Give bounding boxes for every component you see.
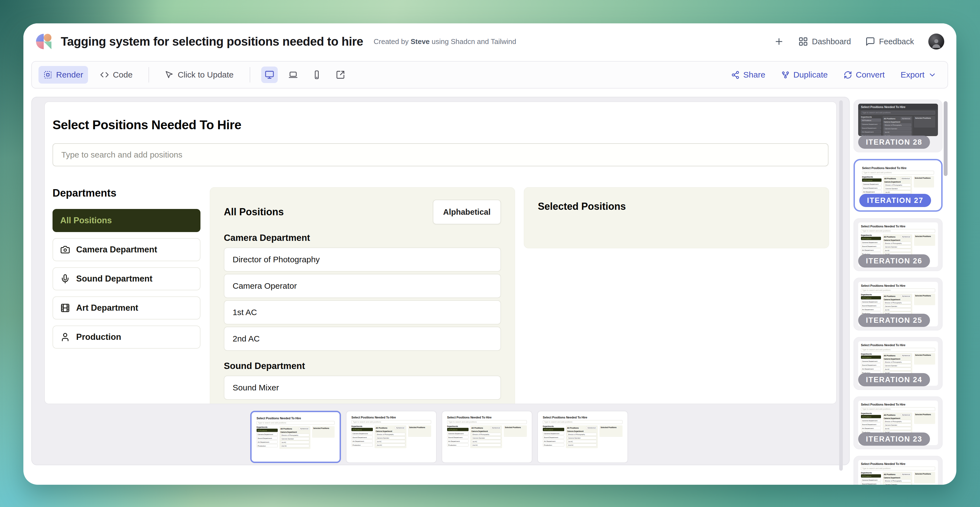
iteration-card[interactable]: Select Positions Needed To HireType to s…	[854, 218, 943, 271]
share-button[interactable]: Share	[731, 70, 765, 79]
click-to-update-button[interactable]: Click to Update	[160, 66, 239, 84]
version-thumbnail[interactable]: Select Positions Needed To HireType to s…	[537, 411, 628, 463]
version-thumbnail[interactable]: Select Positions Needed To HireType to s…	[250, 411, 341, 463]
mini-departments-heading: Departments	[543, 425, 564, 427]
mini-group-heading: Camera Department	[375, 430, 405, 432]
position-row[interactable]: Director of Photography	[224, 248, 501, 272]
iterations-scrollbar[interactable]	[944, 101, 948, 176]
department-button[interactable]: Camera Department	[52, 238, 200, 261]
mini-title: Select Positions Needed To Hire	[352, 416, 431, 419]
mini-position-row: 1st AC	[471, 440, 501, 443]
version-thumbnail[interactable]: Select Positions Needed To HireType to s…	[442, 411, 532, 463]
dashboard-button[interactable]: Dashboard	[798, 37, 851, 46]
position-row[interactable]: Sound Mixer	[224, 375, 501, 400]
click-to-update-label: Click to Update	[178, 70, 234, 79]
mini-position-row: Camera Operator	[884, 245, 911, 248]
iteration-card[interactable]: Select Positions Needed To HireType to s…	[854, 456, 943, 485]
mini-all-positions-heading: All Positions	[884, 474, 895, 475]
department-label: Art Department	[76, 303, 138, 313]
mobile-view-button[interactable]	[309, 67, 325, 83]
code-label: Code	[113, 70, 132, 79]
export-button[interactable]: Export	[900, 70, 937, 79]
feedback-button[interactable]: Feedback	[865, 37, 914, 46]
share-icon	[731, 71, 740, 79]
project-title: Tagging system for selecting positions n…	[61, 35, 363, 48]
duplicate-button[interactable]: Duplicate	[781, 70, 828, 79]
department-label: Production	[76, 332, 121, 342]
mini-department: Sound Department	[256, 436, 278, 440]
mini-selected-heading: Selected Positions	[505, 426, 526, 428]
mini-sort-chip: Alphabetical	[901, 295, 911, 297]
department-button[interactable]: Art Department	[52, 296, 200, 319]
laptop-icon	[288, 70, 298, 79]
mini-departments-heading: Departments	[861, 294, 881, 296]
mini-sort-chip: Alphabetical	[901, 117, 911, 120]
mini-selected-heading: Selected Positions	[915, 295, 934, 297]
version-thumbnail-strip: Select Positions Needed To HireType to s…	[250, 411, 628, 463]
all-positions-panel: All Positions Alphabetical Camera Depart…	[210, 187, 515, 404]
department-label: Sound Department	[76, 274, 152, 284]
toolbar-right: Share Duplicate Convert Export	[731, 70, 937, 79]
mini-department: Art Department	[861, 308, 881, 311]
mini-position-row: Director of Photography	[280, 434, 310, 437]
created-by-suffix: using Shadcn and Tailwind	[432, 37, 516, 46]
smartphone-icon	[312, 70, 321, 79]
mini-selected-heading: Selected Positions	[915, 117, 934, 119]
open-preview-button[interactable]	[332, 67, 348, 83]
mini-department: Camera Department	[861, 359, 881, 362]
laptop-view-button[interactable]	[285, 67, 301, 83]
department-button[interactable]: All Positions	[52, 209, 200, 232]
version-thumbnail[interactable]: Select Positions Needed To HireType to s…	[346, 411, 437, 463]
mini-department-selected: All Positions	[861, 119, 881, 122]
mini-department: Camera Department	[352, 432, 373, 435]
mini-department: Camera Department	[861, 419, 881, 422]
film-icon	[60, 303, 70, 313]
iteration-card[interactable]: Select Positions Needed To HireType to s…	[854, 396, 943, 449]
department-button[interactable]: Sound Department	[52, 267, 200, 290]
canvas-scrollbar[interactable]	[839, 100, 843, 471]
user-avatar[interactable]	[928, 33, 944, 49]
iteration-card[interactable]: Select Positions Needed To HireType to s…	[854, 159, 943, 212]
code-tab[interactable]: Code	[95, 66, 137, 84]
iteration-card[interactable]: Select Positions Needed To HireType to s…	[854, 100, 943, 152]
mini-position-row: Director of Photography	[884, 242, 911, 245]
feedback-bubble-icon	[865, 37, 875, 46]
desktop-view-button[interactable]	[261, 67, 278, 83]
position-row[interactable]: 2nd AC	[224, 327, 501, 351]
mini-selected-heading: Selected Positions	[915, 473, 934, 475]
mini-departments-heading: Departments	[447, 425, 469, 427]
department-button[interactable]: Production	[52, 326, 200, 349]
mini-position-row: Director of Photography	[884, 361, 911, 364]
mini-department: Art Department	[256, 440, 278, 443]
mini-selected-heading: Selected Positions	[409, 426, 430, 428]
mini-department: Sound Department	[352, 435, 373, 439]
iteration-card[interactable]: Select Positions Needed To HireType to s…	[854, 278, 943, 331]
render-tab[interactable]: Render	[38, 66, 88, 84]
mini-department: Art Department	[861, 426, 881, 430]
mini-department: Camera Department	[447, 432, 469, 435]
all-positions-heading: All Positions	[224, 206, 284, 218]
mini-position-row: Director of Photography	[375, 433, 405, 436]
mini-departments-heading: Departments	[861, 412, 881, 414]
position-row[interactable]: Camera Operator	[224, 274, 501, 298]
department-label: All Positions	[60, 216, 112, 226]
convert-button[interactable]: Convert	[843, 70, 885, 79]
logo-quarter-blue	[36, 34, 44, 41]
mini-sort-chip: Alphabetical	[395, 426, 405, 429]
alphabetical-sort-button[interactable]: Alphabetical	[433, 200, 501, 224]
position-row[interactable]: 1st AC	[224, 300, 501, 324]
iteration-card[interactable]: Select Positions Needed To HireType to s…	[854, 337, 943, 390]
magic-patterns-logo-icon[interactable]	[36, 34, 51, 49]
mini-department-selected: All Positions	[861, 474, 881, 478]
mini-department: Camera Department	[861, 122, 881, 126]
mini-group-heading: Camera Department	[567, 430, 597, 432]
mini-preview: Select Positions Needed To HireType to s…	[540, 413, 625, 460]
mini-title: Select Positions Needed To Hire	[861, 462, 935, 466]
mini-department: Camera Department	[861, 478, 881, 482]
search-input[interactable]	[52, 143, 829, 166]
mini-department: Sound Department	[861, 423, 881, 426]
plus-icon[interactable]	[774, 37, 784, 46]
mini-department-selected: All Positions	[543, 428, 564, 431]
department-label: Camera Department	[76, 245, 157, 254]
export-label: Export	[900, 70, 924, 79]
